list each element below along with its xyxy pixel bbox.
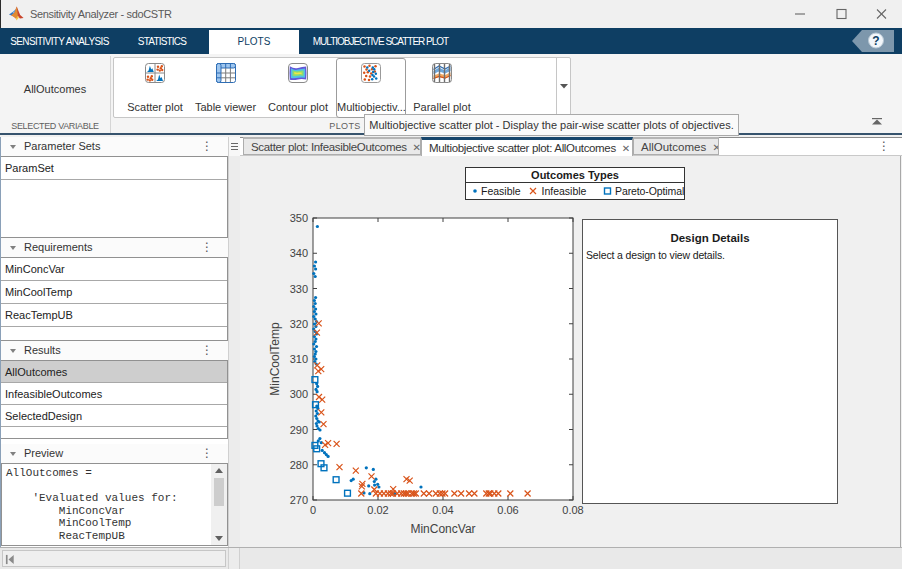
svg-text:290: 290 (290, 424, 308, 436)
svg-text:350: 350 (290, 212, 308, 224)
svg-text:300: 300 (290, 388, 308, 400)
svg-text:Outcomes Types: Outcomes Types (531, 169, 619, 181)
svg-text:340: 340 (290, 247, 308, 259)
svg-text:280: 280 (290, 459, 308, 471)
svg-text:MinCoolTemp: MinCoolTemp (268, 322, 282, 396)
svg-text:Design Details: Design Details (670, 232, 749, 244)
svg-text:0.06: 0.06 (497, 504, 518, 516)
svg-text:310: 310 (290, 353, 308, 365)
svg-text:0.08: 0.08 (562, 504, 583, 516)
svg-text:Select a design to view detail: Select a design to view details. (586, 249, 725, 261)
svg-text:Pareto-Optimal: Pareto-Optimal (615, 185, 684, 197)
svg-text:0.02: 0.02 (367, 504, 388, 516)
svg-text:MinConcVar: MinConcVar (410, 522, 475, 536)
svg-text:320: 320 (290, 318, 308, 330)
svg-text:0: 0 (310, 504, 316, 516)
svg-text:270: 270 (290, 494, 308, 506)
svg-text:Feasible: Feasible (481, 185, 521, 197)
svg-text:0.04: 0.04 (432, 504, 453, 516)
svg-text:Infeasible: Infeasible (542, 185, 587, 197)
svg-text:330: 330 (290, 283, 308, 295)
